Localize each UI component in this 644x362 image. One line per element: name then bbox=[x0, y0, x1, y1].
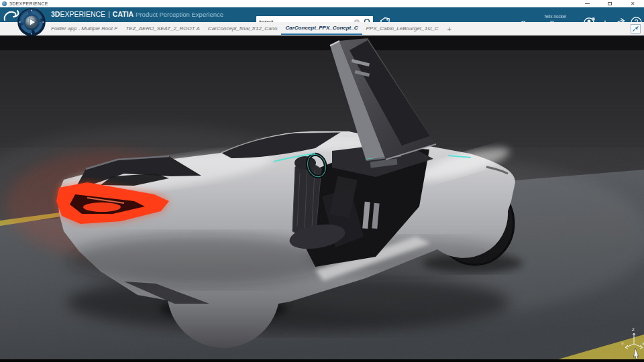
brand-experience: EXPERIENCE bbox=[60, 10, 105, 18]
tab-tez-aero-seat[interactable]: TEZ_AERO_SEAT_2_ROOT A bbox=[121, 22, 204, 35]
os-title-bar: 3DEXPERIENCE ✕ bbox=[0, 0, 644, 7]
collapse-panel-button[interactable] bbox=[631, 24, 641, 34]
compass-icon[interactable] bbox=[17, 8, 46, 36]
brand-3d: 3D bbox=[51, 10, 60, 18]
add-tab-button[interactable]: + bbox=[443, 22, 456, 35]
tab-folder-app[interactable]: Folder app - Multiple Root F bbox=[47, 22, 121, 35]
svg-text:Y: Y bbox=[621, 342, 624, 346]
minimize-button[interactable] bbox=[576, 0, 598, 7]
application-window: 3DEXPERIENCE ✕ 3DEXPERIENCE|CATIA Produc… bbox=[0, 0, 644, 362]
window-controls: ✕ bbox=[576, 0, 644, 7]
svg-text:Z: Z bbox=[632, 328, 635, 332]
close-button[interactable]: ✕ bbox=[621, 0, 644, 7]
collapse-arrows-icon bbox=[632, 25, 639, 32]
app-icon bbox=[2, 1, 7, 6]
window-title: 3DEXPERIENCE bbox=[9, 1, 48, 6]
user-name-label: felix nockel bbox=[545, 14, 566, 19]
tab-carconcept-ppx-active[interactable]: CarConcept_PPX_Conept_C bbox=[281, 22, 362, 35]
app-header-bar: 3DEXPERIENCE|CATIA Product Perception Ex… bbox=[0, 7, 644, 22]
tab-carconcept-final[interactable]: CarConcept_final_fr12_Cano bbox=[204, 22, 282, 35]
maximize-icon bbox=[608, 2, 612, 5]
maximize-button[interactable] bbox=[598, 0, 621, 7]
bottom-edge-bar bbox=[0, 359, 644, 362]
tab-bar: Folder app - Multiple Root F TEZ_AERO_SE… bbox=[0, 22, 644, 36]
app-name: CATIA bbox=[113, 10, 133, 18]
brand-title: 3DEXPERIENCE|CATIA Product Perception Ex… bbox=[51, 10, 223, 18]
notification-dot bbox=[592, 17, 595, 21]
tab-ppx-cabin[interactable]: PPX_Cabin_LeBourget_1st_C bbox=[362, 22, 443, 35]
brand-separator: | bbox=[108, 10, 110, 18]
minimize-icon bbox=[585, 3, 590, 4]
3d-viewport[interactable]: Z X Y bbox=[0, 36, 644, 359]
app-subtitle: Product Perception Experience bbox=[136, 11, 223, 18]
